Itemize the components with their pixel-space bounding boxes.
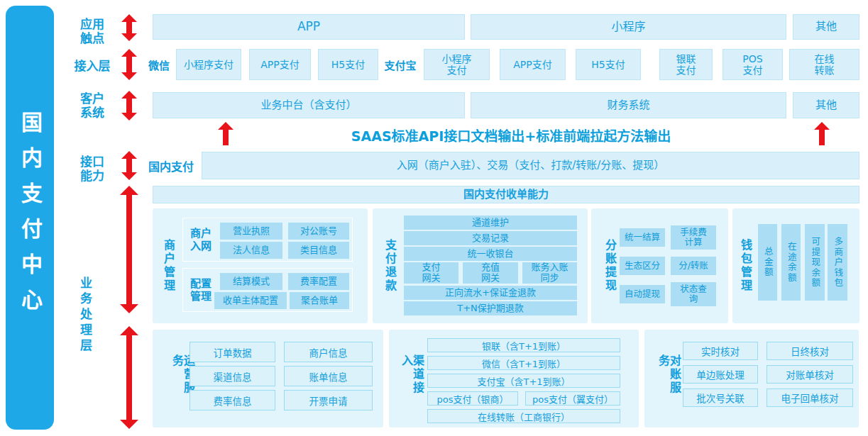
channel-pos-box: pos支付（银商） [427, 391, 518, 406]
payment-refund-panel: 支付退款 通道维护 交易记录 统一收银台 支付 网关 充值 网关 账务入账 同步… [373, 208, 588, 323]
merchant-config-label: 配置管理 [189, 277, 213, 303]
reconciliation-label: 对账服务 [657, 354, 680, 403]
alipay-miniprogram-pay-box: 小程序 支付 [424, 49, 490, 80]
payment-stack-pill: 正向流水+保证金退款 [404, 286, 577, 300]
brand-sidebar: 国内支付中心 [6, 6, 54, 430]
merchant-config-group: 配置管理 结算模式 费率配置 收单主体配置 聚合账单 [182, 268, 353, 312]
split-withdrawal-panel: 分账提现 统一结算 生态区分 自动提现 手续费 计算 分/转账 状态查 询 [591, 208, 728, 323]
split-pill: 生态区分 [620, 257, 665, 275]
unionpay-box: 银联 支付 [659, 49, 713, 80]
up-arrow-icon [814, 122, 830, 145]
domestic-payment-center-diagram: 国内支付中心 应用 触点 接入层 客户 系统 接口 能力 业务处理层 APP 小… [0, 0, 868, 436]
merchant-onboarding-pill: 法人信息 [220, 242, 282, 259]
alipay-label: 支付宝 [383, 49, 417, 80]
label-customer-systems: 客户 系统 [74, 91, 111, 120]
payment-refund-label: 支付退款 [384, 239, 395, 293]
merchant-onboarding-pill: 营业执照 [220, 223, 282, 240]
payment-stack-pill: 通道维护 [404, 216, 577, 230]
split-pill: 分/转账 [671, 257, 716, 275]
channel-row: 银联（含T+1到账） [427, 338, 620, 352]
label-access-layer: 接入层 [71, 59, 114, 73]
wechat-app-pay-box: APP支付 [249, 49, 311, 80]
operation-box: 渠道信息 [189, 366, 275, 386]
channel-pos-box: pos支付（翼支付） [525, 391, 620, 406]
merchant-onboarding-group: 商户入网 营业执照 对公账号 法人信息 类目信息 [182, 218, 353, 262]
wallet-pill: 在途余额 [781, 224, 801, 301]
up-arrow-icon [218, 122, 234, 145]
business-middleplatform-box: 业务中台（含支付） [153, 92, 465, 118]
wallet-management-label: 钱包管理 [740, 239, 751, 293]
wechat-miniprogram-pay-box: 小程序支付 [176, 49, 241, 80]
alipay-app-pay-box: APP支付 [500, 49, 566, 80]
split-withdrawal-label: 分账提现 [604, 239, 615, 293]
channel-row: 微信（含T+1到账） [427, 356, 620, 370]
saas-api-banner: SAAS标准API接口文档输出+标准前端拉起方法输出 [312, 125, 710, 145]
recharge-gateway-pill: 充值 网关 [463, 262, 518, 284]
operation-box: 商户信息 [284, 342, 373, 362]
channel-transfer-box: 在线转账（工商银行） [427, 409, 620, 423]
merchant-config-pill: 聚合账单 [290, 292, 349, 309]
double-arrow-icon [121, 14, 137, 41]
merchant-onboarding-label: 商户入网 [189, 227, 213, 252]
double-arrow-icon [120, 186, 138, 313]
reconciliation-panel: 对账服务 实时核对 日终核对 单边账处理 对账单核对 批次号关联 电子回单核对 [644, 330, 859, 427]
merchant-onboarding-pill: 类目信息 [288, 242, 349, 259]
merchant-onboarding-pill: 对公账号 [288, 223, 349, 240]
wechat-label: 微信 [145, 49, 173, 80]
merchant-management-label: 商户管理 [163, 239, 174, 293]
online-transfer-box: 在线 转账 [789, 49, 859, 80]
wallet-pill: 总金额 [758, 224, 777, 301]
double-arrow-icon [121, 49, 137, 80]
customer-other-box: 其他 [793, 92, 859, 118]
operation-box: 订单数据 [189, 342, 275, 362]
accounting-sync-pill: 账务入账 同步 [522, 262, 577, 284]
reconciliation-box: 对账单核对 [767, 365, 853, 384]
reconciliation-box: 电子回单核对 [767, 389, 853, 407]
reconciliation-box: 批次号关联 [683, 389, 758, 407]
acquiring-capability-header: 国内支付收单能力 [153, 186, 859, 203]
touchpoint-miniprogram-box: 小程序 [471, 14, 786, 40]
double-arrow-icon [121, 91, 137, 121]
operation-box: 开票申请 [284, 390, 373, 410]
split-pill: 状态查 询 [671, 282, 716, 306]
reconciliation-box: 单边账处理 [683, 365, 758, 384]
wallet-management-panel: 钱包管理 总金额 在途余额 可提现余额 多商户钱包 [732, 208, 859, 323]
operation-box: 账单信息 [284, 366, 373, 386]
wallet-pill: 多商户钱包 [828, 224, 847, 301]
finance-system-box: 财务系统 [471, 92, 786, 118]
brand-title: 国内支付中心 [14, 111, 45, 324]
operation-services-panel: 运营服务 订单数据 商户信息 渠道信息 账单信息 费率信息 开票申请 [153, 330, 383, 427]
payment-stack-pill: 交易记录 [404, 231, 577, 245]
pos-pay-box: POS 支付 [723, 49, 783, 80]
payment-stack-pill: T+N保护期退款 [404, 301, 577, 315]
channel-integration-panel: 渠道接入 银联（含T+1到账） 微信（含T+1到账） 支付宝（含T+1到账） p… [389, 330, 639, 427]
double-arrow-icon [121, 151, 137, 180]
api-capability-box: 入网（商户入驻）、交易（支付、打款/转账/分账、提现） [202, 152, 859, 179]
touchpoint-other-box: 其他 [793, 14, 859, 40]
merchant-config-pill: 费率配置 [288, 273, 349, 290]
channel-row: 支付宝（含T+1到账） [427, 374, 620, 388]
channel-integration-label: 渠道接入 [400, 354, 423, 403]
merchant-config-pill: 结算模式 [220, 273, 282, 290]
wechat-h5-pay-box: H5支付 [318, 49, 378, 80]
reconciliation-box: 日终核对 [767, 342, 853, 360]
touchpoint-app-box: APP [153, 14, 465, 40]
wallet-pill: 可提现余额 [805, 224, 825, 301]
label-api-capability: 接口 能力 [74, 155, 111, 183]
double-arrow-icon [120, 326, 138, 429]
domestic-payment-label: 国内支付 [143, 152, 199, 179]
merchant-config-pill: 收单主体配置 [214, 292, 287, 309]
alipay-h5-pay-box: H5支付 [576, 49, 641, 80]
merchant-management-panel: 商户管理 商户入网 营业执照 对公账号 法人信息 类目信息 配置管理 结算模式 … [153, 208, 368, 323]
operation-box: 费率信息 [189, 390, 275, 410]
split-pill: 自动提现 [620, 285, 665, 303]
payment-gateway-pill: 支付 网关 [404, 262, 458, 284]
label-business-layer: 业务处理层 [78, 276, 92, 354]
split-pill: 手续费 计算 [671, 225, 716, 250]
reconciliation-box: 实时核对 [683, 342, 758, 360]
split-pill: 统一结算 [620, 228, 665, 247]
label-app-touchpoints: 应用 触点 [74, 17, 111, 45]
payment-stack-pill: 统一收银台 [404, 247, 577, 261]
